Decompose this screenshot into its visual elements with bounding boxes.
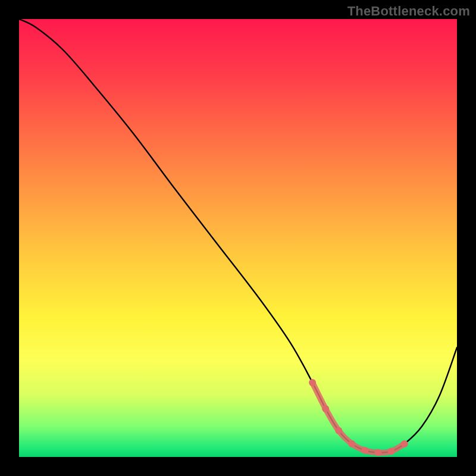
- optimal-marker-dot: [322, 405, 329, 412]
- curve-layer: [19, 19, 457, 457]
- optimal-range-band: [312, 383, 405, 453]
- attribution-watermark: TheBottleneck.com: [347, 4, 470, 19]
- optimal-marker-dot: [309, 379, 316, 386]
- optimal-marker-dot: [388, 447, 395, 455]
- bottleneck-curve: [19, 19, 457, 453]
- optimal-marker-dot: [375, 449, 382, 456]
- bottleneck-chart: TheBottleneck.com: [0, 0, 476, 476]
- optimal-range-markers: [309, 379, 408, 456]
- optimal-marker-dot: [348, 440, 355, 447]
- optimal-marker-dot: [401, 440, 408, 447]
- optimal-marker-dot: [361, 447, 368, 454]
- plot-area: [19, 19, 457, 457]
- optimal-marker-dot: [335, 427, 342, 434]
